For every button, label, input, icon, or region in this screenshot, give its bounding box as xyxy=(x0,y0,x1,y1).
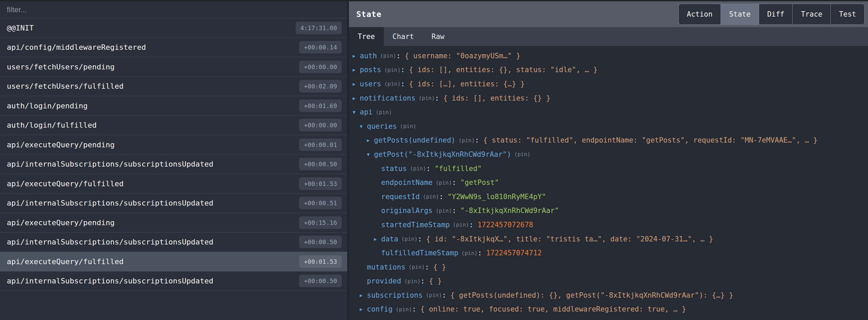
tree-row[interactable]: ▶posts(pin):{ ids: [], entities: {}, sta… xyxy=(351,63,868,77)
expand-icon[interactable]: ▶ xyxy=(374,236,381,242)
action-row[interactable]: auth/login/fulfilled +00:00.00 xyxy=(0,116,347,135)
tree-key[interactable]: queries xyxy=(367,122,397,130)
tree-row[interactable]: provided(pin):{ } xyxy=(351,274,868,289)
tree-key[interactable]: status xyxy=(381,165,407,173)
collapse-icon[interactable]: ▼ xyxy=(360,124,367,129)
subtab-raw[interactable]: Raw xyxy=(423,27,453,46)
action-log-panel: @@INIT 4:17:31.00 api/config/middlewareR… xyxy=(0,1,347,320)
pin-label[interactable]: (pin) xyxy=(461,250,478,256)
action-name: api/executeQuery/fulfilled xyxy=(7,179,299,188)
tree-row[interactable]: ▶subscriptions(pin):{ getPosts(undefined… xyxy=(351,288,868,302)
tree-row[interactable]: originalArgs(pin):"-8xItkjkqXnRhCWd9rAar… xyxy=(351,204,868,218)
subtab-chart[interactable]: Chart xyxy=(384,27,423,46)
tab-diff[interactable]: Diff xyxy=(759,4,793,24)
tree-key[interactable]: auth xyxy=(360,52,377,60)
expand-icon[interactable]: ▶ xyxy=(360,293,367,298)
pin-label[interactable]: (pin) xyxy=(400,123,416,129)
pin-label[interactable]: (pin) xyxy=(401,236,418,242)
tab-trace[interactable]: Trace xyxy=(792,4,830,24)
pin-label[interactable]: (pin) xyxy=(376,109,392,115)
pin-label[interactable]: (pin) xyxy=(384,67,400,73)
action-row[interactable]: api/executeQuery/fulfilled +00:01.53 xyxy=(0,174,347,194)
action-row[interactable]: api/config/middlewareRegistered +00:00.1… xyxy=(0,38,347,58)
action-row[interactable]: users/fetchUsers/pending +00:00.00 xyxy=(0,57,347,77)
action-row[interactable]: api/executeQuery/fulfilled +00:01.53 xyxy=(0,252,347,272)
tree-key[interactable]: subscriptions xyxy=(367,291,422,299)
action-row[interactable]: api/internalSubscriptions/subscriptionsU… xyxy=(0,233,347,252)
tree-key[interactable]: config xyxy=(367,305,393,313)
action-row[interactable]: api/executeQuery/pending +00:00.01 xyxy=(0,135,347,155)
tree-preview: { username: "0oazymyUSm…" } xyxy=(405,52,520,60)
pin-label[interactable]: (pin) xyxy=(436,208,452,214)
pin-label[interactable]: (pin) xyxy=(514,151,531,157)
pin-label[interactable]: (pin) xyxy=(453,221,469,228)
tree-key[interactable]: provided xyxy=(367,277,401,285)
pin-label[interactable]: (pin) xyxy=(409,264,425,270)
tree-row[interactable]: ▶config(pin):{ online: true, focused: tr… xyxy=(351,302,868,317)
expand-icon[interactable]: ▶ xyxy=(360,306,367,312)
filter-input[interactable] xyxy=(7,5,340,14)
tree-row[interactable]: fulfilledTimeStamp(pin):1722457074712 xyxy=(351,246,868,260)
pin-label[interactable]: (pin) xyxy=(380,52,396,59)
tree-row[interactable]: status(pin):"fulfilled" xyxy=(351,162,868,176)
pin-label[interactable]: (pin) xyxy=(404,278,420,284)
tab-test[interactable]: Test xyxy=(830,4,864,24)
pin-label[interactable]: (pin) xyxy=(436,179,452,186)
tree-row[interactable]: endpointName(pin):"getPost" xyxy=(351,175,868,190)
expand-icon[interactable]: ▶ xyxy=(353,67,360,72)
tree-key[interactable]: requestId xyxy=(381,193,420,201)
collapse-icon[interactable]: ▼ xyxy=(353,109,360,115)
subtab-bar: TreeChartRaw xyxy=(349,27,868,46)
pin-label[interactable]: (pin) xyxy=(426,292,442,298)
tree-row[interactable]: ▶data(pin):{ id: "-8xItkjkqX…", title: "… xyxy=(351,232,868,246)
tree-key[interactable]: getPost("-8xItkjkqXnRhCWd9rAar") xyxy=(374,150,511,158)
tree-key[interactable]: originalArgs xyxy=(381,207,433,215)
tree-row[interactable]: ▶auth(pin):{ username: "0oazymyUSm…" } xyxy=(351,49,868,63)
action-row[interactable]: api/internalSubscriptions/subscriptionsU… xyxy=(0,155,347,174)
pin-label[interactable]: (pin) xyxy=(410,165,426,172)
tree-key[interactable]: notifications xyxy=(360,94,415,102)
action-row[interactable]: api/internalSubscriptions/subscriptionsU… xyxy=(0,272,347,291)
subtab-tree[interactable]: Tree xyxy=(349,27,384,46)
collapse-icon[interactable]: ▼ xyxy=(367,152,374,157)
action-row[interactable]: @@INIT 4:17:31.00 xyxy=(0,18,347,38)
action-row[interactable]: auth/login/pending +00:01.69 xyxy=(0,96,347,116)
tree-row[interactable]: mutations(pin):{ } xyxy=(351,260,868,274)
tree-preview: { ids: [], entities: {}, status: "idle",… xyxy=(409,66,597,74)
tree-key[interactable]: fulfilledTimeStamp xyxy=(381,249,458,257)
tree-row[interactable]: ▶getPosts(undefined)(pin):{ status: "ful… xyxy=(351,133,868,148)
action-name: api/executeQuery/pending xyxy=(7,218,299,227)
action-row[interactable]: api/executeQuery/pending +00:15.16 xyxy=(0,213,347,233)
tree-row[interactable]: ▶notifications(pin):{ ids: [], entities:… xyxy=(351,91,868,105)
tree-row[interactable]: ▶users(pin):{ ids: […], entities: {…} } xyxy=(351,77,868,91)
tree-key[interactable]: api xyxy=(360,108,373,116)
expand-icon[interactable]: ▶ xyxy=(353,81,360,87)
tree-row[interactable]: requestId(pin):"Y2WwN9s_lo810nRyME4pY" xyxy=(351,190,868,204)
pin-label[interactable]: (pin) xyxy=(384,81,400,87)
pin-label[interactable]: (pin) xyxy=(423,193,439,200)
expand-icon[interactable]: ▶ xyxy=(353,95,360,101)
action-time-badge: +00:01.69 xyxy=(299,100,342,112)
tree-key[interactable]: startedTimeStamp xyxy=(381,221,450,229)
action-row[interactable]: users/fetchUsers/fulfilled +00:02.09 xyxy=(0,77,347,97)
pin-label[interactable]: (pin) xyxy=(418,95,435,101)
action-row[interactable]: api/internalSubscriptions/subscriptionsU… xyxy=(0,194,347,213)
tab-action[interactable]: Action xyxy=(679,4,721,24)
tab-state[interactable]: State xyxy=(721,4,758,24)
tree-key[interactable]: users xyxy=(360,80,381,88)
expand-icon[interactable]: ▶ xyxy=(367,137,374,143)
expand-icon[interactable]: ▶ xyxy=(353,53,360,59)
tree-key[interactable]: getPosts(undefined) xyxy=(374,136,455,144)
pin-label[interactable]: (pin) xyxy=(458,137,475,144)
tree-key[interactable]: mutations xyxy=(367,263,406,271)
action-time-badge: +00:01.53 xyxy=(299,177,342,190)
tree-row[interactable]: ▼queries(pin) xyxy=(351,119,868,133)
tree-key[interactable]: endpointName xyxy=(381,178,433,187)
pin-label[interactable]: (pin) xyxy=(396,306,412,313)
tree-row[interactable]: ▼api(pin) xyxy=(351,105,868,119)
tree-row[interactable]: ▼getPost("-8xItkjkqXnRhCWd9rAar")(pin) xyxy=(351,147,868,162)
tree-key[interactable]: data xyxy=(381,235,398,243)
tree-row[interactable]: startedTimeStamp(pin):1722457072678 xyxy=(351,218,868,232)
tree-key[interactable]: posts xyxy=(360,66,381,74)
action-time-badge: +00:00.00 xyxy=(299,119,342,131)
